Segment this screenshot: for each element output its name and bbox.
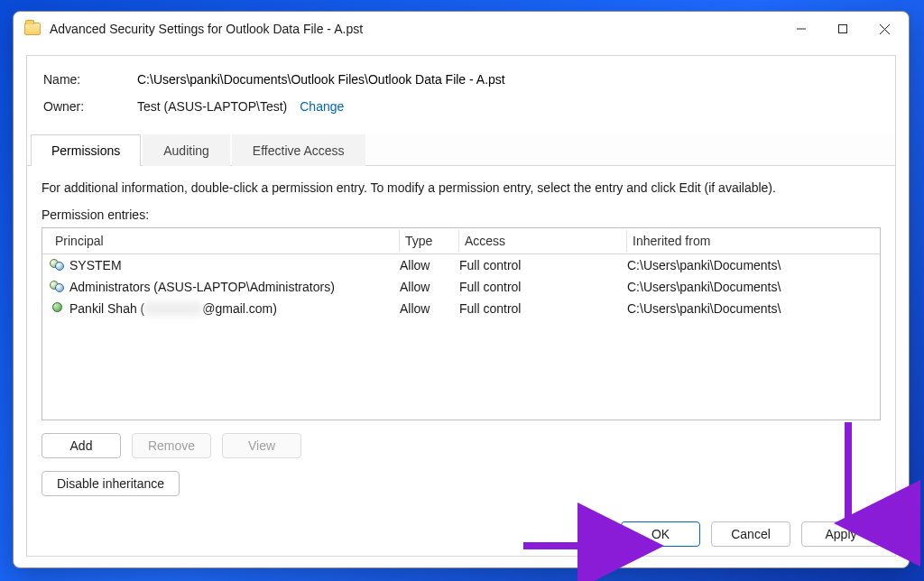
users-group-icon <box>50 281 64 293</box>
access-cell: Full control <box>459 301 627 316</box>
table-row[interactable]: Administrators (ASUS-LAPTOP\Administrato… <box>42 276 880 298</box>
type-cell: Allow <box>400 258 459 272</box>
principal: Administrators (ASUS-LAPTOP\Administrato… <box>69 280 335 294</box>
apply-button[interactable]: Apply <box>801 521 881 547</box>
minimize-button[interactable] <box>781 14 822 43</box>
user-icon <box>50 302 64 315</box>
titlebar: Advanced Security Settings for Outlook D… <box>14 12 909 46</box>
access-cell: Full control <box>459 280 627 294</box>
owner-label: Owner: <box>43 99 137 114</box>
col-inherited[interactable]: Inherited from <box>627 230 873 252</box>
tab-effective-access[interactable]: Effective Access <box>232 134 365 166</box>
type-cell: Allow <box>400 301 459 316</box>
tab-permissions[interactable]: Permissions <box>31 134 141 166</box>
inherited-cell: C:\Users\panki\Documents\ <box>627 301 873 316</box>
table-row[interactable]: Pankil Shah (xxxxxxxx@gmail.com) Allow F… <box>42 298 880 319</box>
svg-rect-1 <box>839 25 847 33</box>
security-settings-window: Advanced Security Settings for Outlook D… <box>13 11 910 568</box>
entries-label: Permission entries: <box>42 208 881 222</box>
users-group-icon <box>50 259 64 272</box>
principal: SYSTEM <box>69 258 122 272</box>
tab-auditing[interactable]: Auditing <box>143 134 230 166</box>
remove-button[interactable]: Remove <box>132 433 211 458</box>
info-text: For additional information, double-click… <box>42 180 881 195</box>
inherited-cell: C:\Users\panki\Documents\ <box>627 280 873 294</box>
access-cell: Full control <box>459 258 627 272</box>
folder-icon <box>24 23 41 35</box>
name-label: Name: <box>43 72 137 87</box>
view-button[interactable]: View <box>222 433 301 458</box>
col-access[interactable]: Access <box>459 230 627 252</box>
name-field[interactable] <box>137 70 606 88</box>
tabs: Permissions Auditing Effective Access <box>27 134 895 166</box>
inherited-cell: C:\Users\panki\Documents\ <box>627 258 873 272</box>
owner-value: Test (ASUS-LAPTOP\Test) <box>137 99 287 114</box>
permission-table: Principal Type Access Inherited from SYS… <box>42 227 881 420</box>
principal: Pankil Shah (xxxxxxxx@gmail.com) <box>69 301 277 316</box>
col-type[interactable]: Type <box>400 230 459 252</box>
content-panel: Name: Owner: Test (ASUS-LAPTOP\Test) Cha… <box>26 55 896 557</box>
cancel-button[interactable]: Cancel <box>711 521 790 547</box>
window-title: Advanced Security Settings for Outlook D… <box>50 22 363 36</box>
close-button[interactable] <box>864 14 905 43</box>
change-owner-link[interactable]: Change <box>300 99 344 114</box>
table-header: Principal Type Access Inherited from <box>42 228 880 254</box>
table-row[interactable]: SYSTEM Allow Full control C:\Users\panki… <box>42 254 880 276</box>
add-button[interactable]: Add <box>42 433 121 458</box>
maximize-button[interactable] <box>822 14 864 43</box>
type-cell: Allow <box>400 280 459 294</box>
ok-button[interactable]: OK <box>621 521 700 547</box>
disable-inheritance-button[interactable]: Disable inheritance <box>42 471 180 496</box>
col-principal[interactable]: Principal <box>50 230 400 252</box>
